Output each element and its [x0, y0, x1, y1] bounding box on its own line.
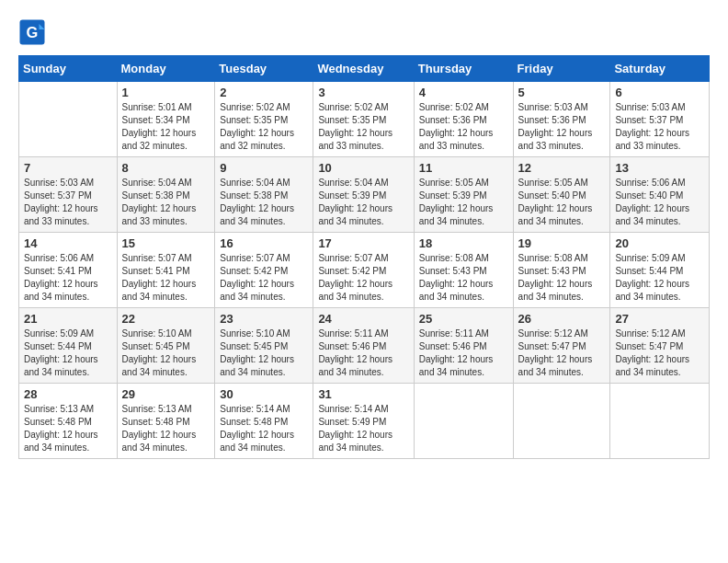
day-info: Sunrise: 5:09 AM Sunset: 5:44 PM Dayligh… — [24, 327, 112, 379]
day-info: Sunrise: 5:04 AM Sunset: 5:38 PM Dayligh… — [220, 177, 308, 228]
day-number: 29 — [122, 387, 210, 401]
calendar-cell: 20Sunrise: 5:09 AM Sunset: 5:44 PM Dayli… — [610, 233, 710, 308]
logo: G — [18, 18, 48, 46]
day-info: Sunrise: 5:08 AM Sunset: 5:43 PM Dayligh… — [419, 252, 508, 304]
calendar-cell: 21Sunrise: 5:09 AM Sunset: 5:44 PM Dayli… — [19, 308, 118, 384]
day-number: 21 — [24, 312, 112, 326]
calendar-cell: 3Sunrise: 5:02 AM Sunset: 5:35 PM Daylig… — [313, 82, 414, 157]
calendar-cell: 12Sunrise: 5:05 AM Sunset: 5:40 PM Dayli… — [513, 157, 610, 233]
day-info: Sunrise: 5:08 AM Sunset: 5:43 PM Dayligh… — [518, 252, 606, 304]
day-info: Sunrise: 5:05 AM Sunset: 5:39 PM Dayligh… — [419, 177, 508, 228]
weekday-header-saturday: Saturday — [610, 56, 710, 82]
day-info: Sunrise: 5:09 AM Sunset: 5:44 PM Dayligh… — [615, 252, 704, 304]
day-number: 16 — [220, 236, 308, 250]
day-info: Sunrise: 5:04 AM Sunset: 5:38 PM Dayligh… — [122, 177, 210, 228]
calendar-cell: 1Sunrise: 5:01 AM Sunset: 5:34 PM Daylig… — [117, 82, 215, 157]
day-info: Sunrise: 5:07 AM Sunset: 5:41 PM Dayligh… — [122, 252, 210, 304]
weekday-header-wednesday: Wednesday — [313, 56, 414, 82]
page-header: G — [18, 18, 710, 46]
day-number: 30 — [220, 387, 308, 401]
day-info: Sunrise: 5:07 AM Sunset: 5:42 PM Dayligh… — [220, 252, 308, 304]
day-info: Sunrise: 5:14 AM Sunset: 5:49 PM Dayligh… — [318, 403, 408, 454]
day-number: 26 — [518, 312, 606, 326]
calendar-cell: 14Sunrise: 5:06 AM Sunset: 5:41 PM Dayli… — [19, 233, 118, 308]
weekday-header-friday: Friday — [513, 56, 610, 82]
day-info: Sunrise: 5:11 AM Sunset: 5:46 PM Dayligh… — [318, 327, 408, 379]
logo-icon: G — [18, 18, 46, 46]
day-number: 4 — [419, 86, 508, 99]
day-number: 20 — [615, 236, 704, 250]
day-info: Sunrise: 5:13 AM Sunset: 5:48 PM Dayligh… — [24, 403, 112, 454]
day-number: 27 — [615, 312, 704, 326]
day-info: Sunrise: 5:01 AM Sunset: 5:34 PM Dayligh… — [122, 101, 210, 153]
calendar-cell: 7Sunrise: 5:03 AM Sunset: 5:37 PM Daylig… — [19, 157, 118, 233]
day-number: 19 — [518, 236, 606, 250]
day-info: Sunrise: 5:02 AM Sunset: 5:35 PM Dayligh… — [220, 101, 308, 153]
calendar-cell — [414, 384, 513, 459]
day-number: 13 — [615, 161, 704, 175]
calendar-cell: 9Sunrise: 5:04 AM Sunset: 5:38 PM Daylig… — [215, 157, 313, 233]
day-info: Sunrise: 5:07 AM Sunset: 5:42 PM Dayligh… — [318, 252, 408, 304]
day-number: 15 — [122, 236, 210, 250]
day-number: 31 — [318, 387, 408, 401]
weekday-header-thursday: Thursday — [414, 56, 513, 82]
day-info: Sunrise: 5:06 AM Sunset: 5:41 PM Dayligh… — [24, 252, 112, 304]
day-number: 12 — [518, 161, 606, 175]
day-info: Sunrise: 5:03 AM Sunset: 5:37 PM Dayligh… — [24, 177, 112, 228]
calendar-cell: 6Sunrise: 5:03 AM Sunset: 5:37 PM Daylig… — [610, 82, 710, 157]
calendar-cell: 18Sunrise: 5:08 AM Sunset: 5:43 PM Dayli… — [414, 233, 513, 308]
calendar-table: SundayMondayTuesdayWednesdayThursdayFrid… — [18, 55, 710, 459]
day-info: Sunrise: 5:02 AM Sunset: 5:36 PM Dayligh… — [419, 101, 508, 153]
day-info: Sunrise: 5:05 AM Sunset: 5:40 PM Dayligh… — [518, 177, 606, 228]
day-info: Sunrise: 5:02 AM Sunset: 5:35 PM Dayligh… — [318, 101, 408, 153]
calendar-cell: 10Sunrise: 5:04 AM Sunset: 5:39 PM Dayli… — [313, 157, 414, 233]
calendar-cell: 17Sunrise: 5:07 AM Sunset: 5:42 PM Dayli… — [313, 233, 414, 308]
day-number: 8 — [122, 161, 210, 175]
calendar-cell: 5Sunrise: 5:03 AM Sunset: 5:36 PM Daylig… — [513, 82, 610, 157]
day-number: 11 — [419, 161, 508, 175]
day-info: Sunrise: 5:12 AM Sunset: 5:47 PM Dayligh… — [518, 327, 606, 379]
day-number: 14 — [24, 236, 112, 250]
day-number: 18 — [419, 236, 508, 250]
calendar-cell: 24Sunrise: 5:11 AM Sunset: 5:46 PM Dayli… — [313, 308, 414, 384]
calendar-cell: 13Sunrise: 5:06 AM Sunset: 5:40 PM Dayli… — [610, 157, 710, 233]
day-info: Sunrise: 5:12 AM Sunset: 5:47 PM Dayligh… — [615, 327, 704, 379]
day-number: 24 — [318, 312, 408, 326]
calendar-cell — [19, 82, 118, 157]
day-number: 28 — [24, 387, 112, 401]
day-info: Sunrise: 5:13 AM Sunset: 5:48 PM Dayligh… — [122, 403, 210, 454]
day-number: 5 — [518, 86, 606, 99]
svg-text:G: G — [27, 24, 39, 40]
calendar-cell: 2Sunrise: 5:02 AM Sunset: 5:35 PM Daylig… — [215, 82, 313, 157]
weekday-header-sunday: Sunday — [19, 56, 118, 82]
day-number: 23 — [220, 312, 308, 326]
calendar-cell: 22Sunrise: 5:10 AM Sunset: 5:45 PM Dayli… — [117, 308, 215, 384]
calendar-cell: 27Sunrise: 5:12 AM Sunset: 5:47 PM Dayli… — [610, 308, 710, 384]
calendar-cell — [513, 384, 610, 459]
calendar-cell — [610, 384, 710, 459]
day-info: Sunrise: 5:10 AM Sunset: 5:45 PM Dayligh… — [220, 327, 308, 379]
calendar-cell: 8Sunrise: 5:04 AM Sunset: 5:38 PM Daylig… — [117, 157, 215, 233]
calendar-cell: 4Sunrise: 5:02 AM Sunset: 5:36 PM Daylig… — [414, 82, 513, 157]
calendar-cell: 30Sunrise: 5:14 AM Sunset: 5:48 PM Dayli… — [215, 384, 313, 459]
weekday-header-monday: Monday — [117, 56, 215, 82]
day-info: Sunrise: 5:03 AM Sunset: 5:37 PM Dayligh… — [615, 101, 704, 153]
day-info: Sunrise: 5:11 AM Sunset: 5:46 PM Dayligh… — [419, 327, 508, 379]
day-number: 9 — [220, 161, 308, 175]
calendar-cell: 28Sunrise: 5:13 AM Sunset: 5:48 PM Dayli… — [19, 384, 118, 459]
calendar-cell: 16Sunrise: 5:07 AM Sunset: 5:42 PM Dayli… — [215, 233, 313, 308]
calendar-cell: 19Sunrise: 5:08 AM Sunset: 5:43 PM Dayli… — [513, 233, 610, 308]
calendar-cell: 26Sunrise: 5:12 AM Sunset: 5:47 PM Dayli… — [513, 308, 610, 384]
day-info: Sunrise: 5:04 AM Sunset: 5:39 PM Dayligh… — [318, 177, 408, 228]
calendar-cell: 11Sunrise: 5:05 AM Sunset: 5:39 PM Dayli… — [414, 157, 513, 233]
day-number: 7 — [24, 161, 112, 175]
day-number: 10 — [318, 161, 408, 175]
day-info: Sunrise: 5:06 AM Sunset: 5:40 PM Dayligh… — [615, 177, 704, 228]
day-info: Sunrise: 5:14 AM Sunset: 5:48 PM Dayligh… — [220, 403, 308, 454]
day-info: Sunrise: 5:03 AM Sunset: 5:36 PM Dayligh… — [518, 101, 606, 153]
weekday-header-tuesday: Tuesday — [215, 56, 313, 82]
day-number: 6 — [615, 86, 704, 99]
day-info: Sunrise: 5:10 AM Sunset: 5:45 PM Dayligh… — [122, 327, 210, 379]
day-number: 3 — [318, 86, 408, 99]
calendar-cell: 29Sunrise: 5:13 AM Sunset: 5:48 PM Dayli… — [117, 384, 215, 459]
